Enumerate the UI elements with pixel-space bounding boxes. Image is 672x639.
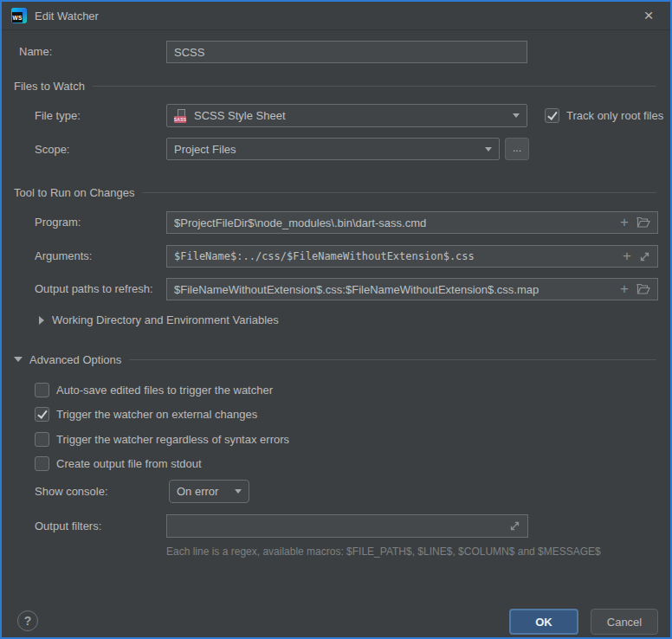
checkbox-row: Create output file from stdout — [35, 456, 202, 471]
external-changes-checkbox[interactable] — [35, 407, 49, 422]
title-bar: WS Edit Watcher — [2, 2, 670, 30]
output-filters-hint: Each line is a regex, available macros: … — [166, 545, 601, 558]
scope-label: Scope: — [35, 143, 69, 157]
working-directory-label: Working Directory and Environment Variab… — [52, 313, 279, 326]
working-directory-expander[interactable]: Working Directory and Environment Variab… — [39, 313, 279, 326]
ok-button[interactable]: OK — [509, 609, 578, 635]
chevron-down-icon — [235, 489, 242, 494]
file-type-value: SCSS Style Sheet — [194, 109, 507, 122]
chevron-down-icon — [513, 113, 520, 118]
cancel-button[interactable]: Cancel — [591, 609, 658, 635]
file-type-combobox[interactable]: SASS SCSS Style Sheet — [166, 104, 527, 127]
browse-folder-icon[interactable] — [636, 283, 650, 295]
section-divider — [93, 86, 656, 87]
browse-folder-icon[interactable] — [636, 216, 650, 229]
help-button[interactable]: ? — [17, 610, 38, 631]
dialog-title: Edit Watcher — [35, 10, 99, 23]
scope-value: Project Files — [174, 143, 480, 156]
insert-macro-icon[interactable]: + — [623, 250, 631, 262]
close-icon[interactable]: × — [639, 6, 658, 25]
output-filters-input[interactable] — [166, 514, 528, 538]
checkbox-row: Trigger the watcher on external changes — [35, 407, 257, 422]
chevron-right-icon — [39, 316, 44, 325]
chevron-down-icon — [485, 147, 492, 152]
track-only-root-row: Track only root files — [545, 108, 663, 123]
show-console-combobox[interactable]: On error — [169, 480, 249, 503]
auto-save-checkbox[interactable] — [35, 383, 49, 397]
syntax-errors-checkbox[interactable] — [35, 432, 49, 447]
show-console-value: On error — [177, 485, 229, 498]
track-only-root-label: Track only root files — [566, 109, 663, 122]
insert-macro-icon[interactable]: + — [620, 216, 629, 229]
track-only-root-checkbox[interactable] — [545, 108, 559, 123]
expand-icon[interactable] — [509, 520, 520, 532]
arguments-label: Arguments: — [35, 249, 92, 263]
program-input[interactable]: $ProjectFileDir$\node_modules\.bin\dart-… — [166, 211, 658, 234]
expand-icon[interactable] — [639, 251, 650, 262]
output-filters-label: Output filters: — [35, 520, 101, 533]
file-type-label: File type: — [35, 109, 81, 123]
advanced-options-label: Advanced Options — [29, 353, 121, 366]
name-input[interactable]: SCSS — [166, 41, 527, 63]
arguments-input[interactable]: $FileName$:../css/$FileNameWithoutExtens… — [166, 245, 658, 268]
chevron-down-icon — [14, 357, 23, 362]
output-paths-input[interactable]: $FileNameWithoutExtension$.css:$FileName… — [166, 278, 658, 300]
section-divider — [142, 192, 656, 193]
section-files-to-watch: Files to Watch — [14, 79, 656, 93]
insert-macro-icon[interactable]: + — [620, 283, 629, 295]
checkbox-row: Auto-save edited files to trigger the wa… — [35, 383, 273, 397]
output-paths-label: Output paths to refresh: — [35, 282, 153, 296]
scope-browse-button[interactable]: ... — [505, 138, 529, 160]
name-label: Name: — [19, 45, 52, 59]
section-tool-to-run: Tool to Run on Changes — [14, 185, 656, 199]
webstorm-icon: WS — [11, 8, 27, 23]
section-advanced-options[interactable]: Advanced Options — [14, 352, 656, 366]
scss-file-icon: SASS — [174, 109, 188, 123]
edit-watcher-dialog: WS Edit Watcher × Name: SCSS Files to Wa… — [0, 0, 672, 639]
checkbox-row: Trigger the watcher regardless of syntax… — [35, 432, 289, 447]
stdout-checkbox[interactable] — [35, 456, 49, 471]
output-paths-value: $FileNameWithoutExtension$.css:$FileName… — [174, 283, 613, 296]
section-divider — [129, 359, 656, 360]
program-label: Program: — [35, 216, 81, 229]
show-console-label: Show console: — [35, 485, 108, 499]
arguments-value: $FileName$:../css/$FileNameWithoutExtens… — [174, 250, 616, 262]
scope-combobox[interactable]: Project Files — [166, 138, 500, 160]
name-value: SCSS — [174, 46, 520, 59]
program-value: $ProjectFileDir$\node_modules\.bin\dart-… — [174, 216, 613, 229]
